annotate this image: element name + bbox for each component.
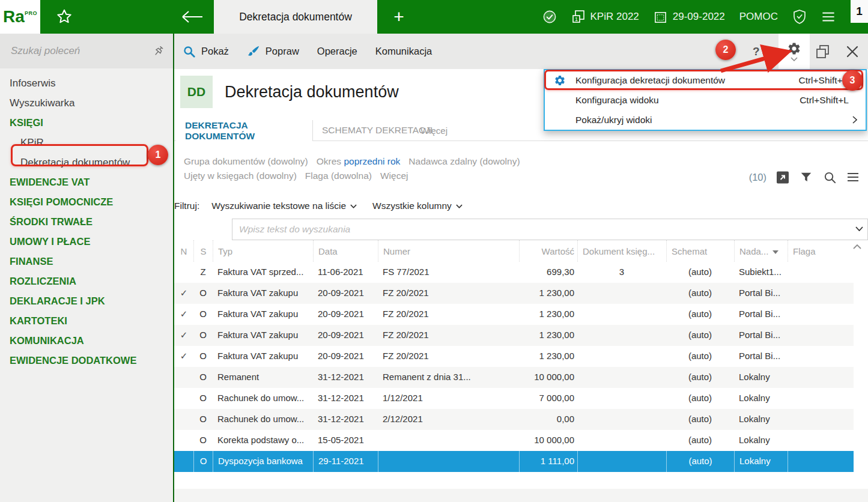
sidebar-menu: Infoserwis Wyszukiwarka KSIĘGI KPiR Dekr… (0, 68, 173, 370)
column-header-data[interactable]: Data (313, 240, 378, 262)
sidebar-section-ksiegi[interactable]: KSIĘGI (0, 113, 173, 133)
main-menu-hamburger-icon[interactable] (821, 10, 836, 24)
work-date-switcher[interactable]: 29-09-2022 (654, 10, 725, 24)
sidebar-section-umowy-i-place[interactable]: UMOWY I PŁACE (0, 232, 173, 252)
help-button[interactable]: ? (753, 34, 760, 69)
open-in-window-icon[interactable] (775, 170, 790, 184)
scroll-up-icon[interactable] (853, 244, 861, 249)
cell-numer: FZ 20/2021 (378, 283, 519, 304)
table-row[interactable]: ✓OFaktura VAT zakupu20-09-2021FZ 20/2021… (174, 325, 854, 346)
sidebar-section-komunikacja[interactable]: KOMUNIKACJA (0, 331, 173, 351)
pin-icon[interactable] (153, 45, 165, 57)
communication-menu[interactable]: Komunikacja (375, 46, 432, 57)
cell-data: 31-12-2021 (313, 409, 378, 430)
filter-mode-dropdown[interactable]: Wyszukiwanie tekstowe na liście (211, 201, 357, 211)
firm-switcher[interactable]: 1 KPiR 2022 (571, 10, 639, 24)
toolbar-actions: Pokaż Popraw Operacje Komunikacja (183, 34, 432, 69)
cell-check (174, 409, 193, 430)
sidebar-section-finanse[interactable]: FINANSE (0, 252, 173, 271)
menu-item-konfiguracja-widoku[interactable]: Konfiguracja widoku Ctrl+Shift+L (545, 90, 866, 110)
column-header-n[interactable]: N (174, 240, 193, 262)
search-expand-chevron-icon[interactable] (855, 226, 863, 231)
settings-gear-button[interactable] (778, 34, 810, 69)
cell-dokument (577, 283, 666, 304)
cell-wartosc: 1 111,00 (519, 451, 577, 472)
sidebar-item-label: DEKLARACJE I JPK (10, 295, 105, 307)
cell-typ: Faktura VAT zakupu (213, 346, 313, 367)
tab-dekretacja-dokumentow[interactable]: DEKRETACJA DOKUMENTÓW (176, 120, 313, 141)
list-menu-icon[interactable] (846, 170, 860, 184)
chevron-down-icon (791, 57, 798, 61)
open-module-tab[interactable]: Dekretacja dokumentów (214, 0, 377, 34)
cell-flaga (788, 346, 854, 367)
sidebar-section-deklaracje-i-jpk[interactable]: DEKLARACJE I JPK (0, 291, 173, 311)
table-row[interactable]: OKorekta podstawy o...15-05-202110 000,0… (174, 430, 854, 451)
show-button-label: Pokaż (201, 46, 229, 57)
status-check-icon[interactable] (542, 10, 557, 24)
column-header-typ[interactable]: Typ (213, 240, 313, 262)
sidebar-item-kpir[interactable]: KPiR (0, 133, 173, 153)
menu-item-konfiguracja-dekretacji[interactable]: Konfiguracja dekretacji dokumentów Ctrl+… (545, 70, 866, 90)
column-header-numer[interactable]: Numer (378, 240, 519, 262)
column-header-wartosc[interactable]: Wartość (519, 240, 577, 262)
table-row[interactable]: ✓OFaktura VAT zakupu20-09-2021FZ 20/2021… (174, 346, 854, 367)
filter-ujety-w-ksiegach[interactable]: Ujęty w księgach (dowolny) (184, 169, 297, 183)
close-icon[interactable] (845, 44, 860, 59)
new-tab-button[interactable]: + (377, 0, 420, 34)
tab-schematy-dekretacji[interactable]: SCHEMATY DEKRETACJI (322, 120, 432, 141)
filter-funnel-icon[interactable] (799, 170, 813, 184)
restore-window-icon[interactable] (815, 43, 831, 60)
list-search-input[interactable] (232, 219, 868, 240)
table-row[interactable]: ORachunek do umow...31-12-20212/12/20210… (174, 409, 854, 430)
table-row[interactable]: ZFaktura VAT sprzed...11-06-2021FS 77/20… (174, 262, 854, 283)
column-header-dokument[interactable]: Dokument księg... (577, 240, 666, 262)
cell-dokument (577, 304, 666, 325)
table-row-selected[interactable]: ODyspozycja bankowa29-11-20211 111,00(au… (174, 451, 854, 472)
column-header-flaga[interactable]: Flaga (788, 240, 854, 262)
column-header-s[interactable]: S (193, 240, 213, 262)
sidebar-item-dekretacja-dokumentow[interactable]: Dekretacja dokumentów (0, 153, 173, 172)
sidebar-section-rozliczenia[interactable]: ROZLICZENIA (0, 271, 173, 291)
filter-okres[interactable]: Okres poprzedni rok (317, 154, 401, 169)
list-search-icon[interactable] (822, 170, 837, 184)
sidebar-section-ewidencje-dodatkowe[interactable]: EWIDENCJE DODATKOWE (0, 351, 173, 370)
security-shield-icon[interactable] (792, 10, 807, 24)
sidebar-section-ewidencje-vat[interactable]: EWIDENCJE VAT (0, 172, 173, 192)
filter-flaga[interactable]: Flaga (dowolna) (305, 169, 372, 183)
column-header-nadawca[interactable]: Nada... (734, 240, 788, 262)
operations-menu[interactable]: Operacje (317, 46, 357, 57)
cell-typ: Faktura VAT zakupu (213, 304, 313, 325)
cell-check (174, 262, 193, 283)
show-button[interactable]: Pokaż (183, 45, 229, 58)
sidebar-item-wyszukiwarka[interactable]: Wyszukiwarka (0, 93, 173, 113)
sidebar-section-ksiegi-pomocnicze[interactable]: KSIĘGI POMOCNICZE (0, 192, 173, 212)
filter-nadawca-zdalny[interactable]: Nadawca zdalny (dowolny) (408, 154, 520, 169)
logo-text: Ra (3, 8, 25, 25)
help-menu[interactable]: POMOC (739, 11, 778, 23)
sidebar-section-kartoteki[interactable]: KARTOTEKI (0, 311, 173, 331)
sidebar-section-srodki-trwale[interactable]: ŚRODKI TRWAŁE (0, 212, 173, 232)
tab-label: SCHEMATY DEKRETACJI (322, 125, 432, 136)
tab-more[interactable]: Więcej (420, 120, 448, 141)
cell-nadawca: Lokalny (734, 451, 788, 472)
table-row[interactable]: ✓OFaktura VAT zakupu20-09-2021FZ 20/2021… (174, 304, 854, 325)
column-header-schemat[interactable]: Schemat (666, 240, 734, 262)
cell-schemat: (auto) (666, 325, 734, 346)
menu-item-pokaz-ukryj-widoki[interactable]: Pokaż/ukryj widoki (545, 110, 866, 130)
edit-button[interactable]: Popraw (247, 45, 299, 58)
cell-schemat: (auto) (666, 304, 734, 325)
table-row[interactable]: ORemanent31-12-2021Remanent z dnia 31...… (174, 367, 854, 388)
filter-columns-dropdown[interactable]: Wszystkie kolumny (372, 201, 463, 211)
sidebar-search-input[interactable] (11, 45, 143, 57)
back-arrow-icon[interactable] (180, 10, 204, 24)
cell-typ: Faktura VAT zakupu (213, 325, 313, 346)
table-row[interactable]: ORachunek do umow...31-12-20211/12/20217… (174, 388, 854, 409)
sidebar-item-infoserwis[interactable]: Infoserwis (0, 73, 173, 93)
filter-grupa-dokumentow[interactable]: Grupa dokumentów (dowolny) (184, 154, 308, 169)
chevron-down-icon (456, 204, 463, 208)
module-badge-label: DD (187, 85, 205, 99)
table-row[interactable]: ✓OFaktura VAT zakupu20-09-2021FZ 20/2021… (174, 283, 854, 304)
favorites-star-icon[interactable] (55, 8, 73, 26)
cell-dokument (577, 430, 666, 451)
filter-more[interactable]: Więcej (380, 169, 408, 183)
